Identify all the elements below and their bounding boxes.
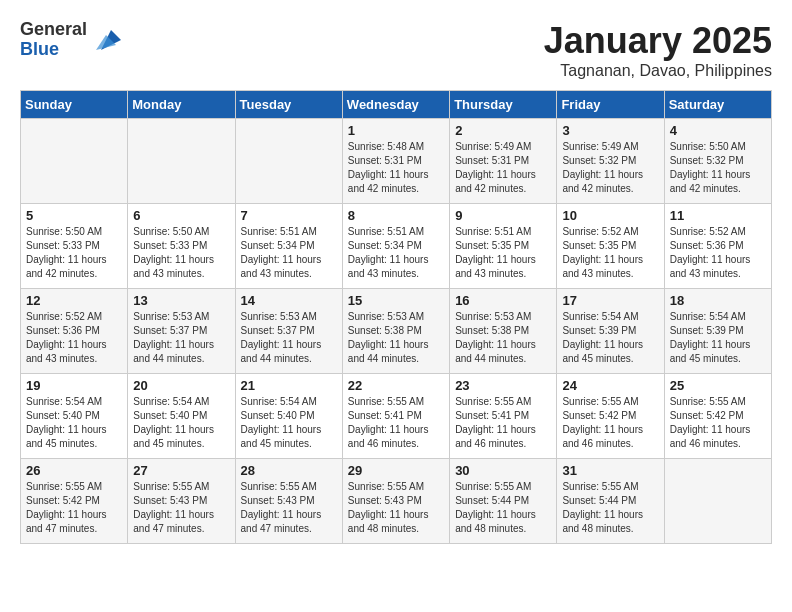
day-number: 22 bbox=[348, 378, 444, 393]
day-info: Sunrise: 5:54 AM Sunset: 5:40 PM Dayligh… bbox=[26, 395, 122, 451]
page-header: General Blue January 2025 Tagnanan, Dava… bbox=[20, 20, 772, 80]
calendar-cell: 28Sunrise: 5:55 AM Sunset: 5:43 PM Dayli… bbox=[235, 459, 342, 544]
calendar-cell: 31Sunrise: 5:55 AM Sunset: 5:44 PM Dayli… bbox=[557, 459, 664, 544]
calendar-cell bbox=[128, 119, 235, 204]
day-info: Sunrise: 5:55 AM Sunset: 5:41 PM Dayligh… bbox=[455, 395, 551, 451]
calendar-cell: 18Sunrise: 5:54 AM Sunset: 5:39 PM Dayli… bbox=[664, 289, 771, 374]
day-info: Sunrise: 5:51 AM Sunset: 5:34 PM Dayligh… bbox=[348, 225, 444, 281]
day-number: 1 bbox=[348, 123, 444, 138]
calendar-cell: 17Sunrise: 5:54 AM Sunset: 5:39 PM Dayli… bbox=[557, 289, 664, 374]
calendar-week-1: 1Sunrise: 5:48 AM Sunset: 5:31 PM Daylig… bbox=[21, 119, 772, 204]
calendar-cell bbox=[664, 459, 771, 544]
calendar-cell: 25Sunrise: 5:55 AM Sunset: 5:42 PM Dayli… bbox=[664, 374, 771, 459]
calendar-cell: 6Sunrise: 5:50 AM Sunset: 5:33 PM Daylig… bbox=[128, 204, 235, 289]
calendar-cell: 13Sunrise: 5:53 AM Sunset: 5:37 PM Dayli… bbox=[128, 289, 235, 374]
header-tuesday: Tuesday bbox=[235, 91, 342, 119]
day-number: 11 bbox=[670, 208, 766, 223]
day-info: Sunrise: 5:55 AM Sunset: 5:44 PM Dayligh… bbox=[455, 480, 551, 536]
day-number: 2 bbox=[455, 123, 551, 138]
day-info: Sunrise: 5:49 AM Sunset: 5:32 PM Dayligh… bbox=[562, 140, 658, 196]
day-info: Sunrise: 5:54 AM Sunset: 5:39 PM Dayligh… bbox=[562, 310, 658, 366]
day-number: 13 bbox=[133, 293, 229, 308]
calendar-cell: 14Sunrise: 5:53 AM Sunset: 5:37 PM Dayli… bbox=[235, 289, 342, 374]
calendar-cell: 16Sunrise: 5:53 AM Sunset: 5:38 PM Dayli… bbox=[450, 289, 557, 374]
day-info: Sunrise: 5:52 AM Sunset: 5:36 PM Dayligh… bbox=[26, 310, 122, 366]
day-info: Sunrise: 5:52 AM Sunset: 5:36 PM Dayligh… bbox=[670, 225, 766, 281]
header-row: Sunday Monday Tuesday Wednesday Thursday… bbox=[21, 91, 772, 119]
day-number: 10 bbox=[562, 208, 658, 223]
day-info: Sunrise: 5:52 AM Sunset: 5:35 PM Dayligh… bbox=[562, 225, 658, 281]
calendar-cell: 23Sunrise: 5:55 AM Sunset: 5:41 PM Dayli… bbox=[450, 374, 557, 459]
calendar-cell: 27Sunrise: 5:55 AM Sunset: 5:43 PM Dayli… bbox=[128, 459, 235, 544]
logo-general: General bbox=[20, 20, 87, 40]
day-number: 29 bbox=[348, 463, 444, 478]
calendar-body: 1Sunrise: 5:48 AM Sunset: 5:31 PM Daylig… bbox=[21, 119, 772, 544]
day-number: 16 bbox=[455, 293, 551, 308]
day-number: 30 bbox=[455, 463, 551, 478]
day-info: Sunrise: 5:53 AM Sunset: 5:37 PM Dayligh… bbox=[241, 310, 337, 366]
day-number: 23 bbox=[455, 378, 551, 393]
day-info: Sunrise: 5:55 AM Sunset: 5:42 PM Dayligh… bbox=[670, 395, 766, 451]
day-info: Sunrise: 5:55 AM Sunset: 5:44 PM Dayligh… bbox=[562, 480, 658, 536]
calendar-cell: 10Sunrise: 5:52 AM Sunset: 5:35 PM Dayli… bbox=[557, 204, 664, 289]
header-wednesday: Wednesday bbox=[342, 91, 449, 119]
day-info: Sunrise: 5:53 AM Sunset: 5:38 PM Dayligh… bbox=[455, 310, 551, 366]
month-title: January 2025 bbox=[544, 20, 772, 62]
calendar-week-2: 5Sunrise: 5:50 AM Sunset: 5:33 PM Daylig… bbox=[21, 204, 772, 289]
day-number: 14 bbox=[241, 293, 337, 308]
day-number: 5 bbox=[26, 208, 122, 223]
day-info: Sunrise: 5:54 AM Sunset: 5:39 PM Dayligh… bbox=[670, 310, 766, 366]
day-info: Sunrise: 5:51 AM Sunset: 5:34 PM Dayligh… bbox=[241, 225, 337, 281]
day-info: Sunrise: 5:51 AM Sunset: 5:35 PM Dayligh… bbox=[455, 225, 551, 281]
day-info: Sunrise: 5:55 AM Sunset: 5:42 PM Dayligh… bbox=[26, 480, 122, 536]
calendar-cell: 5Sunrise: 5:50 AM Sunset: 5:33 PM Daylig… bbox=[21, 204, 128, 289]
day-info: Sunrise: 5:49 AM Sunset: 5:31 PM Dayligh… bbox=[455, 140, 551, 196]
calendar-cell: 11Sunrise: 5:52 AM Sunset: 5:36 PM Dayli… bbox=[664, 204, 771, 289]
day-number: 31 bbox=[562, 463, 658, 478]
day-number: 15 bbox=[348, 293, 444, 308]
day-number: 12 bbox=[26, 293, 122, 308]
title-block: January 2025 Tagnanan, Davao, Philippine… bbox=[544, 20, 772, 80]
day-info: Sunrise: 5:53 AM Sunset: 5:38 PM Dayligh… bbox=[348, 310, 444, 366]
logo: General Blue bbox=[20, 20, 121, 60]
day-info: Sunrise: 5:55 AM Sunset: 5:42 PM Dayligh… bbox=[562, 395, 658, 451]
calendar-cell: 20Sunrise: 5:54 AM Sunset: 5:40 PM Dayli… bbox=[128, 374, 235, 459]
calendar-cell: 22Sunrise: 5:55 AM Sunset: 5:41 PM Dayli… bbox=[342, 374, 449, 459]
day-number: 19 bbox=[26, 378, 122, 393]
calendar-cell: 12Sunrise: 5:52 AM Sunset: 5:36 PM Dayli… bbox=[21, 289, 128, 374]
day-number: 7 bbox=[241, 208, 337, 223]
day-info: Sunrise: 5:55 AM Sunset: 5:43 PM Dayligh… bbox=[241, 480, 337, 536]
day-number: 9 bbox=[455, 208, 551, 223]
calendar-week-5: 26Sunrise: 5:55 AM Sunset: 5:42 PM Dayli… bbox=[21, 459, 772, 544]
logo-blue: Blue bbox=[20, 40, 87, 60]
calendar-cell: 8Sunrise: 5:51 AM Sunset: 5:34 PM Daylig… bbox=[342, 204, 449, 289]
day-number: 26 bbox=[26, 463, 122, 478]
header-saturday: Saturday bbox=[664, 91, 771, 119]
day-info: Sunrise: 5:50 AM Sunset: 5:33 PM Dayligh… bbox=[133, 225, 229, 281]
calendar-cell: 1Sunrise: 5:48 AM Sunset: 5:31 PM Daylig… bbox=[342, 119, 449, 204]
day-number: 20 bbox=[133, 378, 229, 393]
calendar-cell: 3Sunrise: 5:49 AM Sunset: 5:32 PM Daylig… bbox=[557, 119, 664, 204]
day-number: 4 bbox=[670, 123, 766, 138]
calendar-week-3: 12Sunrise: 5:52 AM Sunset: 5:36 PM Dayli… bbox=[21, 289, 772, 374]
day-info: Sunrise: 5:50 AM Sunset: 5:32 PM Dayligh… bbox=[670, 140, 766, 196]
calendar-cell: 30Sunrise: 5:55 AM Sunset: 5:44 PM Dayli… bbox=[450, 459, 557, 544]
header-friday: Friday bbox=[557, 91, 664, 119]
header-sunday: Sunday bbox=[21, 91, 128, 119]
day-number: 6 bbox=[133, 208, 229, 223]
header-thursday: Thursday bbox=[450, 91, 557, 119]
day-number: 21 bbox=[241, 378, 337, 393]
day-info: Sunrise: 5:54 AM Sunset: 5:40 PM Dayligh… bbox=[133, 395, 229, 451]
day-number: 24 bbox=[562, 378, 658, 393]
calendar-cell bbox=[21, 119, 128, 204]
calendar-cell: 24Sunrise: 5:55 AM Sunset: 5:42 PM Dayli… bbox=[557, 374, 664, 459]
calendar-cell: 19Sunrise: 5:54 AM Sunset: 5:40 PM Dayli… bbox=[21, 374, 128, 459]
day-number: 18 bbox=[670, 293, 766, 308]
day-number: 3 bbox=[562, 123, 658, 138]
day-number: 27 bbox=[133, 463, 229, 478]
calendar-cell: 21Sunrise: 5:54 AM Sunset: 5:40 PM Dayli… bbox=[235, 374, 342, 459]
day-info: Sunrise: 5:48 AM Sunset: 5:31 PM Dayligh… bbox=[348, 140, 444, 196]
calendar-cell: 29Sunrise: 5:55 AM Sunset: 5:43 PM Dayli… bbox=[342, 459, 449, 544]
calendar-header: Sunday Monday Tuesday Wednesday Thursday… bbox=[21, 91, 772, 119]
day-info: Sunrise: 5:50 AM Sunset: 5:33 PM Dayligh… bbox=[26, 225, 122, 281]
